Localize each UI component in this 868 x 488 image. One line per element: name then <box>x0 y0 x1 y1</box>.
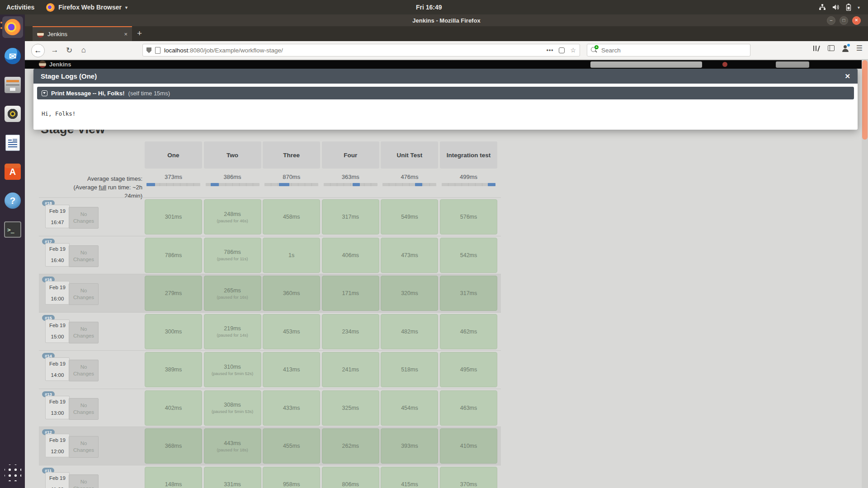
stage-cell[interactable]: 453ms <box>263 314 320 349</box>
stage-cell[interactable]: 310ms(paused for 5min 52s) <box>204 352 261 387</box>
scrollbar-thumb[interactable] <box>862 60 868 140</box>
build-date[interactable]: Feb 1915:00 <box>45 319 70 343</box>
tab-jenkins[interactable]: Jenkins × <box>33 26 132 41</box>
page-scrollbar[interactable] <box>862 59 868 488</box>
stage-cell[interactable]: 406ms <box>322 238 379 273</box>
build-date[interactable]: Feb 1911:00 <box>45 472 70 488</box>
sidebar-icon[interactable] <box>828 45 835 51</box>
forward-button[interactable]: → <box>48 44 61 56</box>
stage-cell[interactable]: 473ms <box>381 238 438 273</box>
build-date[interactable]: Feb 1914:00 <box>45 357 70 381</box>
build-changes[interactable]: NoChanges <box>69 322 99 343</box>
stage-cell[interactable]: 219ms(paused for 14s) <box>204 314 261 349</box>
dock-item-thunderbird-mail[interactable]: ✉ <box>2 45 23 67</box>
dock-item-ubuntu-software[interactable]: A <box>2 161 23 183</box>
stage-cell[interactable]: 331ms <box>204 467 261 488</box>
stage-cell[interactable]: 368ms <box>145 428 202 464</box>
page-actions-icon[interactable]: ••• <box>547 47 554 53</box>
stage-cell[interactable]: 542ms <box>440 238 497 273</box>
bookmark-star-icon[interactable]: ☆ <box>570 47 576 54</box>
stage-cell[interactable]: 433ms <box>263 390 320 426</box>
stage-cell[interactable]: 301ms <box>145 199 202 235</box>
stage-cell[interactable]: 413ms <box>263 352 320 387</box>
stage-cell[interactable]: 458ms <box>263 199 320 235</box>
stage-cell[interactable]: 455ms <box>263 428 320 464</box>
reload-button[interactable]: ↻ <box>63 44 75 56</box>
stage-cell[interactable]: 786ms <box>145 238 202 273</box>
stage-cell[interactable]: 786ms(paused for 11s) <box>204 238 261 273</box>
stage-cell[interactable]: 241ms <box>322 352 379 387</box>
stage-cell[interactable]: 518ms <box>381 352 438 387</box>
dock-item-rhythmbox[interactable] <box>2 103 23 125</box>
build-changes[interactable]: NoChanges <box>69 474 99 488</box>
dock-item-terminal[interactable]: >_ <box>2 219 23 240</box>
stage-cell[interactable]: 262ms <box>322 428 379 464</box>
modal-close-icon[interactable]: ✕ <box>844 72 850 80</box>
battery-icon[interactable] <box>846 4 851 11</box>
stage-cell[interactable]: 415ms <box>381 467 438 488</box>
stage-cell[interactable]: 265ms(paused for 16s) <box>204 276 261 311</box>
stage-cell[interactable]: 462ms <box>440 314 497 349</box>
tab-close-icon[interactable]: × <box>124 31 127 38</box>
stage-cell[interactable]: 389ms <box>145 352 202 387</box>
activities-button[interactable]: Activities <box>6 4 34 11</box>
stage-cell[interactable]: 806ms <box>322 467 379 488</box>
stage-cell[interactable]: 317ms <box>440 276 497 311</box>
stage-cell[interactable]: 495ms <box>440 352 497 387</box>
stage-cell[interactable]: 171ms <box>322 276 379 311</box>
minimize-button[interactable]: ‒ <box>827 16 835 25</box>
dock-item-help[interactable]: ? <box>2 190 23 211</box>
jenkins-logo-icon[interactable] <box>39 61 46 68</box>
build-date[interactable]: Feb 1916:40 <box>45 243 70 267</box>
url-bar[interactable]: localhost:8080/job/Example/workflow-stag… <box>142 44 580 56</box>
network-icon[interactable] <box>819 4 826 10</box>
build-changes[interactable]: NoChanges <box>69 360 99 381</box>
library-icon[interactable] <box>813 45 821 52</box>
stage-cell[interactable]: 1s <box>263 238 320 273</box>
dock-item-show-applications[interactable] <box>2 462 23 483</box>
stage-cell[interactable]: 576ms <box>440 199 497 235</box>
full-run-link[interactable]: full <box>99 184 107 191</box>
build-changes[interactable]: NoChanges <box>69 398 99 420</box>
dock-item-libreoffice-writer[interactable] <box>2 132 23 154</box>
stage-cell[interactable]: 402ms <box>145 390 202 426</box>
url-text[interactable]: localhost:8080/job/Example/workflow-stag… <box>164 47 543 54</box>
jenkins-notification-icon[interactable] <box>722 62 727 67</box>
stage-cell[interactable]: 308ms(paused for 5min 53s) <box>204 390 261 426</box>
stage-cell[interactable]: 482ms <box>381 314 438 349</box>
jenkins-user-button[interactable] <box>776 61 809 68</box>
stage-cell[interactable]: 325ms <box>322 390 379 426</box>
pocket-icon[interactable] <box>559 47 565 53</box>
log-section-header[interactable]: Print Message -- Hi, Folks! (self time 1… <box>37 87 854 99</box>
search-input[interactable] <box>600 47 729 54</box>
account-icon[interactable] <box>842 45 849 52</box>
window-titlebar[interactable]: Jenkins - Mozilla Firefox ‒ □ ✕ <box>25 14 868 26</box>
stage-cell[interactable]: 248ms(paused for 46s) <box>204 199 261 235</box>
app-menu[interactable]: Firefox Web Browser ▾ <box>46 3 127 12</box>
maximize-button[interactable]: □ <box>840 16 848 25</box>
stage-cell[interactable]: 370ms <box>440 467 497 488</box>
stage-cell[interactable]: 958ms <box>263 467 320 488</box>
jenkins-brand[interactable]: Jenkins <box>49 61 71 68</box>
tracking-protection-shield-icon[interactable] <box>146 47 151 53</box>
new-tab-button[interactable]: + <box>137 28 142 38</box>
stage-cell[interactable]: 234ms <box>322 314 379 349</box>
home-button[interactable]: ⌂ <box>77 44 90 56</box>
dock-item-files[interactable] <box>2 74 23 96</box>
volume-icon[interactable] <box>832 4 840 10</box>
stage-cell[interactable]: 410ms <box>440 428 497 464</box>
build-date[interactable]: Feb 1916:47 <box>45 205 70 228</box>
build-changes[interactable]: NoChanges <box>69 207 99 229</box>
stage-cell[interactable]: 360ms <box>263 276 320 311</box>
stage-cell[interactable]: 320ms <box>381 276 438 311</box>
build-changes[interactable]: NoChanges <box>69 436 99 458</box>
build-date[interactable]: Feb 1912:00 <box>45 434 70 457</box>
build-changes[interactable]: NoChanges <box>69 245 99 267</box>
system-menu-caret-icon[interactable]: ▾ <box>858 5 860 10</box>
stage-cell[interactable]: 549ms <box>381 199 438 235</box>
stage-cell[interactable]: 443ms(paused for 18s) <box>204 428 261 464</box>
stage-cell[interactable]: 463ms <box>440 390 497 426</box>
stage-cell[interactable]: 393ms <box>381 428 438 464</box>
stage-cell[interactable]: 454ms <box>381 390 438 426</box>
stage-cell[interactable]: 300ms <box>145 314 202 349</box>
